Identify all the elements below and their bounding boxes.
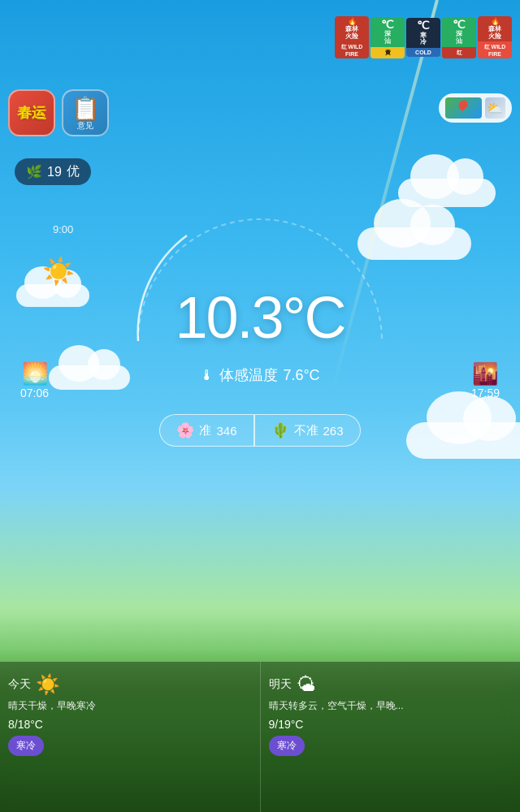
alert-badges-row: 🔥 森林 火险 红 WILD FIRE ℃ 深 汕 黄 ℃ 寒 冷 COLD <box>335 16 512 58</box>
forecast-tomorrow: 明天 🌤 晴天转多云，空气干燥，早晚... 9/19°C 寒冷 <box>261 662 521 812</box>
ui-layer: 🔥 森林 火险 红 WILD FIRE ℃ 深 汕 黄 ℃ 寒 冷 COLD <box>0 0 520 812</box>
alert-label-cold: COLD <box>406 48 440 57</box>
alert-wildfire-red-1[interactable]: 🔥 森林 火险 红 WILD FIRE <box>335 16 369 58</box>
app-icons-row: 春运 📋 征集意见 <box>8 89 109 136</box>
alert-cold-blue[interactable]: ℃ 寒 冷 COLD <box>406 18 440 57</box>
today-alert-button[interactable]: 寒冷 <box>8 736 44 756</box>
thermometer-icon: 🌡 <box>200 367 214 384</box>
aqi-label: 优 <box>67 163 80 180</box>
leaf-icon: 🌿 <box>26 164 42 179</box>
accurate-label: 准 <box>199 423 211 438</box>
tomorrow-temperature: 9/19°C <box>269 718 513 731</box>
alert-text-4b: 汕 <box>456 38 462 45</box>
feels-like-value: 7.6°C <box>283 367 319 384</box>
tomorrow-description: 晴天转多云，空气干燥，早晚... <box>269 699 513 713</box>
accurate-count: 346 <box>216 424 236 438</box>
sunrise-time: 07:06 <box>20 387 49 400</box>
map-preview <box>445 97 482 119</box>
tomorrow-alert-button[interactable]: 寒冷 <box>269 736 305 756</box>
feels-like-row: 🌡 体感温度 7.6°C <box>0 365 520 385</box>
feedback-label: 征集意见 <box>63 111 107 131</box>
alert-text-3b: 冷 <box>420 39 427 46</box>
alert-label-4: 红 <box>442 47 476 58</box>
alert-deep-red-2[interactable]: ℃ 深 汕 红 <box>442 17 476 58</box>
flower-icon: 🌸 <box>176 421 194 439</box>
today-weather-icon: ☀️ <box>36 673 60 696</box>
today-description: 晴天干燥，早晚寒冷 <box>8 699 252 713</box>
alert-label-1: 红 WILD FIRE <box>335 41 369 58</box>
alert-text-2b: 汕 <box>384 38 391 45</box>
location-pin-icon <box>457 98 470 111</box>
alert-deepsummer-yellow[interactable]: ℃ 深 汕 黄 <box>370 17 405 58</box>
alert-text-1b: 火险 <box>345 33 358 41</box>
inaccurate-label: 不准 <box>294 423 318 438</box>
tomorrow-weather-icon: 🌤 <box>297 673 316 696</box>
cloud-icon: ⛅ <box>485 97 505 119</box>
inaccurate-button[interactable]: 🌵 不准 263 <box>254 414 361 447</box>
alert-text-5b: 火险 <box>488 33 501 41</box>
feels-like-label: 体感温度 <box>219 365 278 385</box>
forecast-panel: 今天 ☀️ 晴天干燥，早晚寒冷 8/18°C 寒冷 明天 🌤 晴天转多云，空气干… <box>0 662 520 812</box>
aqi-badge[interactable]: 🌿 19 优 <box>15 158 91 185</box>
sunset-time: 17:59 <box>471 387 500 400</box>
cactus-icon: 🌵 <box>271 421 289 439</box>
celsius-icon-3: ℃ <box>417 19 430 32</box>
sun-position-icon: ☀️ <box>42 256 75 287</box>
location-toggle[interactable]: ⛅ <box>439 93 512 123</box>
time-display: 9:00 <box>53 223 73 235</box>
today-temperature: 8/18°C <box>8 718 252 731</box>
inaccurate-count: 263 <box>323 424 344 438</box>
accuracy-buttons-row: 🌸 准 346 🌵 不准 263 <box>0 414 520 447</box>
celsius-icon-2: ℃ <box>381 19 394 31</box>
tomorrow-label: 明天 <box>269 677 292 692</box>
forecast-today: 今天 ☀️ 晴天干燥，早晚寒冷 8/18°C 寒冷 <box>0 662 261 812</box>
accurate-button[interactable]: 🌸 准 346 <box>159 414 254 447</box>
celsius-icon-4: ℃ <box>453 19 466 31</box>
feedback-app-icon[interactable]: 📋 征集意见 <box>62 89 109 136</box>
arc-time-label: 9:00 <box>53 223 73 235</box>
temperature-value: 10.3°C <box>176 285 345 350</box>
chunyun-app-icon[interactable]: 春运 <box>8 89 55 136</box>
alert-label-2: 黄 <box>370 47 405 58</box>
alert-wildfire-red-2[interactable]: 🔥 森林 火险 红 WILD FIRE <box>478 16 512 58</box>
today-label: 今天 <box>8 677 31 692</box>
aqi-value: 19 <box>47 165 62 179</box>
main-temperature-display: 10.3°C <box>0 284 520 351</box>
alert-label-5: 红 WILD FIRE <box>478 41 512 58</box>
